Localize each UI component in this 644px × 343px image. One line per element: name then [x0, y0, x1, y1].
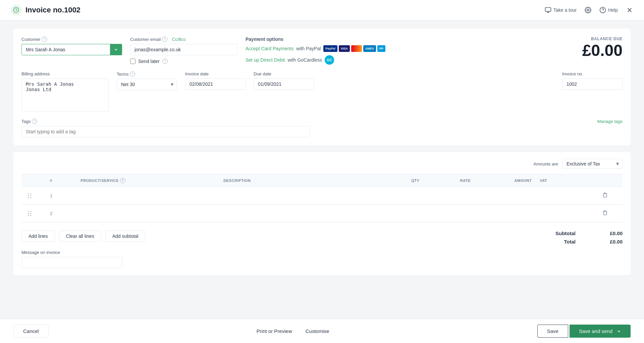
vat-cell[interactable]	[536, 187, 597, 205]
delete-row-1-button[interactable]	[601, 191, 609, 200]
header-title: Invoice no.1002	[11, 5, 545, 15]
page-title: Invoice no.1002	[25, 6, 80, 14]
description-input[interactable]	[223, 211, 368, 216]
payment-options: Payment options Accept Card Payments wit…	[246, 37, 574, 65]
customer-email-input[interactable]	[130, 44, 237, 55]
qty-input[interactable]	[377, 211, 420, 216]
tags-help-icon[interactable]: ?	[32, 119, 37, 124]
line-items-body: 1	[21, 187, 623, 222]
visa-logo: VISA	[339, 45, 350, 52]
amount-input[interactable]	[479, 193, 532, 198]
amount-cell[interactable]	[475, 205, 536, 222]
subtotal-row: Subtotal £0.00	[555, 230, 623, 236]
payment-logos: PayPal VISA AMEX PP	[323, 45, 385, 52]
gocardless-logo: GC	[325, 55, 334, 65]
customer-group: Customer ?	[21, 37, 122, 55]
vat-input[interactable]	[540, 193, 593, 198]
chevron-down-icon	[616, 329, 621, 334]
rate-cell[interactable]	[424, 205, 475, 222]
send-later-checkbox[interactable]	[130, 59, 136, 64]
table-header-row: # PRODUCT/SERVICE ? DESCRIPTION QTY RATE	[21, 175, 623, 187]
product-input[interactable]	[80, 211, 215, 216]
tags-label-row: Tags ? Manage tags	[21, 119, 623, 124]
email-section: Customer email ? Cc/Bcc Send later ?	[130, 37, 237, 64]
tags-input[interactable]	[21, 126, 310, 137]
invoice-date-input[interactable]	[185, 78, 246, 90]
rate-cell[interactable]	[424, 187, 475, 205]
qty-cell[interactable]	[373, 205, 424, 222]
terms-select[interactable]: Net 30	[117, 79, 177, 90]
invoice-no-input[interactable]	[562, 78, 623, 90]
email-help-icon[interactable]: ?	[162, 37, 167, 42]
message-label: Message on invoice	[21, 250, 623, 255]
chevron-down-icon	[114, 47, 118, 52]
message-input[interactable]	[21, 257, 122, 268]
product-cell[interactable]	[76, 187, 219, 205]
send-later-help-icon[interactable]: ?	[162, 59, 168, 64]
payment-options-title: Payment options	[246, 37, 574, 42]
qty-cell[interactable]	[373, 187, 424, 205]
header: Invoice no.1002 Take a tour Help	[0, 0, 644, 20]
save-and-send-button[interactable]: Save and send	[570, 325, 631, 338]
qty-input[interactable]	[377, 193, 420, 198]
product-help-icon[interactable]: ?	[120, 178, 125, 183]
print-preview-button[interactable]: Print or Preview	[257, 328, 292, 334]
customise-button[interactable]: Customise	[306, 328, 329, 334]
clear-all-lines-button[interactable]: Clear all lines	[59, 230, 101, 242]
drag-handle[interactable]	[25, 193, 34, 198]
rate-input[interactable]	[428, 211, 471, 216]
settings-button[interactable]	[585, 7, 591, 13]
send-later-row: Send later ?	[130, 59, 237, 64]
amounts-are-select[interactable]: Exclusive of Tax	[562, 159, 623, 169]
total-label: Total	[564, 239, 576, 245]
svg-rect-1	[545, 8, 551, 12]
delete-row-2-button[interactable]	[601, 209, 609, 218]
close-button[interactable]	[626, 6, 633, 14]
billing-row: Billing address Mrs Sarah A Jonas Jonas …	[21, 71, 623, 112]
description-cell[interactable]	[219, 205, 372, 222]
customer-label: Customer ?	[21, 37, 122, 42]
cc-bcc-link[interactable]: Cc/Bcc	[172, 37, 186, 42]
add-lines-button[interactable]: Add lines	[21, 230, 55, 242]
vat-input[interactable]	[540, 211, 593, 216]
direct-debit-link[interactable]: Set up Direct Debit with GoCardless GC	[246, 55, 574, 65]
drag-handle[interactable]	[25, 211, 34, 216]
total-value: £0.00	[596, 239, 623, 245]
customer-input[interactable]	[21, 44, 122, 55]
manage-tags-link[interactable]: Manage tags	[597, 119, 623, 124]
line-items-section: Amounts are Exclusive of Tax ▼ # PRODUCT…	[13, 152, 631, 275]
amount-input[interactable]	[479, 211, 532, 216]
add-subtotal-button[interactable]: Add subtotal	[105, 230, 146, 242]
product-cell[interactable]	[76, 205, 219, 222]
rate-input[interactable]	[428, 193, 471, 198]
subtotal-value: £0.00	[596, 230, 623, 236]
customer-help-icon[interactable]: ?	[42, 37, 47, 42]
tags-row: Tags ? Manage tags	[21, 119, 623, 137]
billing-address-input[interactable]: Mrs Sarah A Jonas Jonas Ltd	[21, 78, 109, 112]
help-button[interactable]: Help	[599, 7, 618, 13]
take-tour-button[interactable]: Take a tour	[545, 7, 577, 13]
description-input[interactable]	[223, 193, 368, 198]
save-button[interactable]: Save	[537, 325, 568, 338]
customer-dropdown-button[interactable]	[110, 44, 122, 55]
message-section: Message on invoice	[21, 250, 623, 268]
help-icon	[599, 7, 606, 13]
footer-right: Save Save and send	[537, 325, 631, 338]
cancel-button[interactable]: Cancel	[13, 325, 49, 338]
total-row: Total £0.00	[564, 239, 623, 245]
footer-left: Cancel	[13, 325, 49, 338]
description-cell[interactable]	[219, 187, 372, 205]
product-input[interactable]	[80, 193, 215, 198]
due-date-input[interactable]	[254, 78, 314, 90]
row-num-cell: 1	[46, 187, 76, 205]
accept-card-link[interactable]: Accept Card Payments with PayPal PayPal …	[246, 45, 574, 52]
product-column-header: PRODUCT/SERVICE ?	[76, 175, 219, 187]
footer-center: Print or Preview Customise	[49, 328, 537, 334]
line-items-table: # PRODUCT/SERVICE ? DESCRIPTION QTY RATE	[21, 174, 623, 222]
due-date-label: Due date	[254, 71, 314, 76]
terms-help-icon[interactable]: ?	[130, 71, 135, 77]
invoice-date-label: Invoice date	[185, 71, 246, 76]
amount-cell[interactable]	[475, 187, 536, 205]
vat-cell[interactable]	[536, 205, 597, 222]
amounts-are-row: Amounts are Exclusive of Tax ▼	[21, 159, 623, 169]
